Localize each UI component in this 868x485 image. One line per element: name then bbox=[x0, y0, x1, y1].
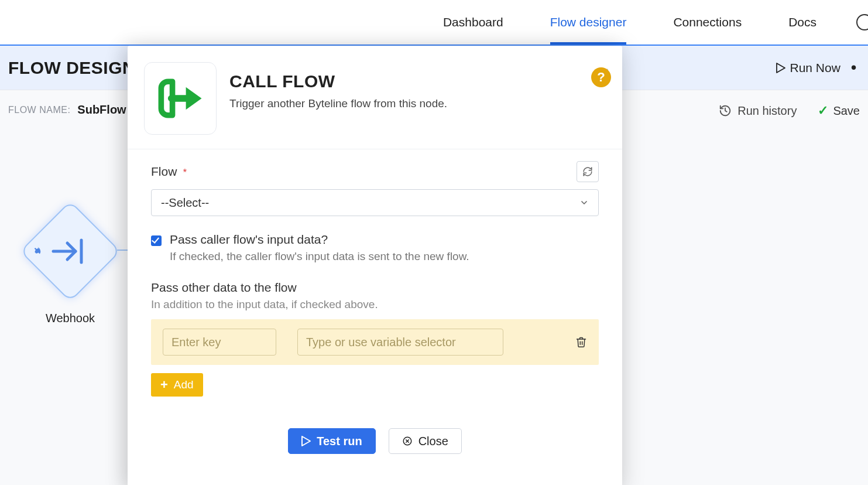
flow-name-label: FLOW NAME: bbox=[8, 105, 70, 115]
refresh-icon bbox=[582, 166, 593, 177]
arrow-to-line-icon bbox=[50, 237, 91, 266]
modal-subtitle: Trigger another Byteline flow from this … bbox=[229, 97, 447, 110]
add-label: Add bbox=[174, 378, 194, 391]
play-icon bbox=[301, 436, 311, 446]
call-flow-modal: ✕ CALL FLOW Trigger another Byteline flo… bbox=[128, 46, 622, 485]
save-button[interactable]: ✓ Save bbox=[818, 103, 860, 118]
tab-docs[interactable]: Docs bbox=[788, 1, 816, 43]
chevron-down-icon bbox=[579, 198, 589, 207]
pass-caller-checkbox[interactable] bbox=[151, 235, 162, 246]
kv-value-input[interactable] bbox=[297, 329, 503, 356]
close-circle-icon bbox=[402, 436, 413, 446]
required-asterisk: * bbox=[183, 168, 187, 177]
trash-icon bbox=[575, 336, 587, 349]
flow-name-value: SubFlow bbox=[77, 103, 126, 117]
check-icon: ✓ bbox=[818, 103, 828, 118]
add-row-button[interactable]: + Add bbox=[151, 373, 203, 397]
kv-row bbox=[151, 319, 599, 365]
tab-connections[interactable]: Connections bbox=[673, 1, 742, 43]
history-icon bbox=[719, 104, 732, 117]
run-history-button[interactable]: Run history bbox=[719, 104, 797, 118]
flow-name-row: FLOW NAME: SubFlow bbox=[8, 103, 144, 117]
top-nav: Dashboard Flow designer Connections Docs bbox=[0, 0, 868, 46]
test-run-button[interactable]: Test run bbox=[288, 428, 375, 454]
close-button[interactable]: Close bbox=[389, 428, 462, 454]
test-run-label: Test run bbox=[317, 435, 362, 448]
rocket-icon bbox=[32, 246, 43, 257]
svg-marker-0 bbox=[777, 63, 785, 73]
refresh-flows-button[interactable] bbox=[577, 161, 599, 182]
flow-select-value: --Select-- bbox=[161, 196, 209, 210]
tab-flow-designer[interactable]: Flow designer bbox=[550, 1, 627, 43]
run-now-button[interactable]: Run Now bbox=[776, 61, 840, 75]
help-icon[interactable]: ? bbox=[591, 67, 611, 87]
pass-caller-help: If checked, the caller flow's input data… bbox=[170, 250, 469, 263]
search-icon[interactable] bbox=[856, 14, 868, 30]
run-now-label: Run Now bbox=[790, 61, 840, 75]
tab-dashboard[interactable]: Dashboard bbox=[443, 1, 503, 43]
flow-field-label: Flow bbox=[151, 165, 177, 178]
svg-marker-5 bbox=[302, 436, 310, 446]
modal-title: CALL FLOW bbox=[229, 71, 447, 91]
node-label: Webhook bbox=[18, 312, 123, 325]
pass-other-help: In addition to the input data, if checke… bbox=[151, 298, 599, 311]
pass-other-heading: Pass other data to the flow bbox=[151, 281, 599, 295]
flow-select[interactable]: --Select-- bbox=[151, 189, 599, 216]
more-menu[interactable]: • bbox=[849, 59, 859, 77]
canvas-actions: Run history ✓ Save bbox=[719, 103, 860, 118]
node-webhook[interactable]: Webhook bbox=[18, 201, 123, 325]
delete-row-button[interactable] bbox=[575, 336, 587, 349]
plus-icon: + bbox=[160, 378, 168, 391]
play-icon bbox=[776, 63, 785, 73]
call-flow-icon bbox=[144, 62, 217, 135]
close-label: Close bbox=[418, 435, 448, 448]
svg-marker-4 bbox=[186, 87, 202, 110]
save-label: Save bbox=[833, 104, 860, 118]
run-history-label: Run history bbox=[737, 104, 797, 118]
nav-tabs: Dashboard Flow designer Connections Docs bbox=[443, 1, 816, 43]
kv-key-input[interactable] bbox=[163, 329, 276, 356]
pass-caller-label: Pass caller flow's input data? bbox=[170, 233, 469, 247]
modal-header: CALL FLOW Trigger another Byteline flow … bbox=[128, 46, 622, 149]
